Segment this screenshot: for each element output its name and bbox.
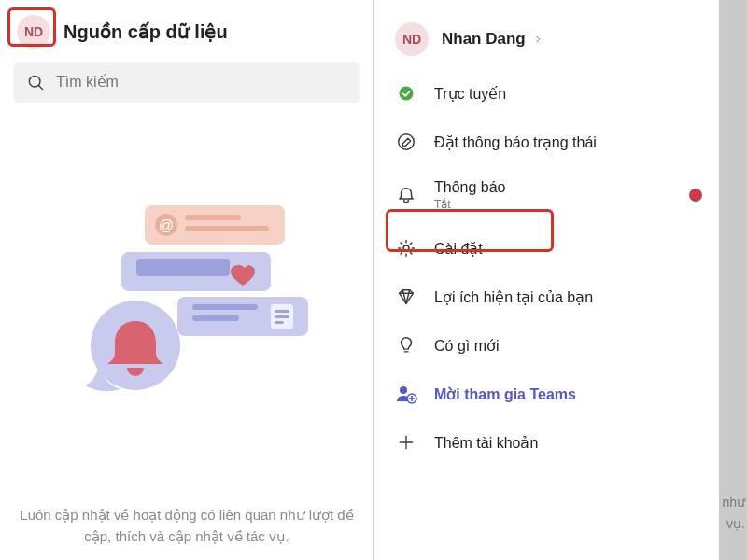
avatar: ND [395,22,429,56]
menu-label: Cài đặt [434,240,483,258]
menu-item-set-status[interactable]: Đặt thông báo trạng thái [374,118,719,166]
menu-item-add-account[interactable]: Thêm tài khoản [374,418,719,467]
bell-icon [395,184,417,206]
gear-icon [395,237,417,259]
menu-label: Thông báo [434,179,506,195]
avatar[interactable]: ND [17,15,50,49]
menu-sublabel: Tắt [434,198,506,211]
svg-point-19 [403,245,409,251]
svg-point-17 [400,87,414,101]
menu-label: Đặt thông báo trạng thái [434,133,597,151]
menu-label: Có gì mới [434,337,500,355]
lightbulb-icon [395,334,417,357]
feed-header: ND Nguồn cấp dữ liệu [0,0,374,58]
menu-label: Mời tham gia Teams [434,385,576,403]
search-input[interactable] [13,62,360,103]
svg-point-0 [29,76,40,87]
svg-rect-8 [136,259,230,276]
page-title: Nguồn cấp dữ liệu [63,21,228,43]
menu-label: Thêm tài khoản [434,434,538,452]
svg-point-18 [399,134,415,150]
svg-rect-5 [185,215,241,220]
menu-item-invite[interactable]: Mời tham gia Teams [374,370,719,418]
profile-menu-sheet: ND Nhan Dang Trực tuyến Đặt thông báo tr… [374,0,719,560]
profile-menu: Trực tuyến Đặt thông báo trạng thái Thôn… [374,69,719,467]
menu-label: Trực tuyến [434,85,506,103]
edit-status-icon [395,131,417,153]
svg-rect-11 [192,315,239,321]
profile-row[interactable]: ND Nhan Dang [374,0,719,69]
empty-feed-illustration: @ [0,187,374,411]
invite-icon [395,383,417,405]
svg-line-1 [39,86,43,90]
profile-name: Nhan Dang [442,30,543,49]
svg-point-21 [400,386,407,394]
menu-item-whats-new[interactable]: Có gì mới [374,321,719,370]
alert-badge [689,189,702,202]
menu-item-settings[interactable]: Cài đặt [374,224,719,273]
menu-item-notifications[interactable]: Thông báo Tắt [374,166,719,224]
feed-pane: ND Nguồn cấp dữ liệu @ [0,0,374,560]
menu-label: Lợi ích hiện tại của bạn [434,288,593,306]
menu-label-wrap: Thông báo Tắt [434,179,506,211]
svg-rect-13 [275,310,289,313]
svg-rect-14 [275,315,289,318]
svg-rect-15 [275,321,284,324]
modal-backdrop [719,0,747,560]
menu-item-status[interactable]: Trực tuyến [374,69,719,118]
search-icon [26,73,45,91]
plus-icon [395,431,417,454]
chevron-right-icon [533,35,543,44]
svg-text:@: @ [159,217,174,233]
empty-feed-caption: Luôn cập nhật về hoạt động có liên quan … [0,505,374,547]
search-field[interactable] [56,74,347,91]
diamond-icon [395,286,417,308]
online-status-icon [395,82,417,105]
svg-rect-10 [192,304,258,310]
svg-rect-6 [185,226,269,231]
menu-item-benefits[interactable]: Lợi ích hiện tại của bạn [374,273,719,321]
